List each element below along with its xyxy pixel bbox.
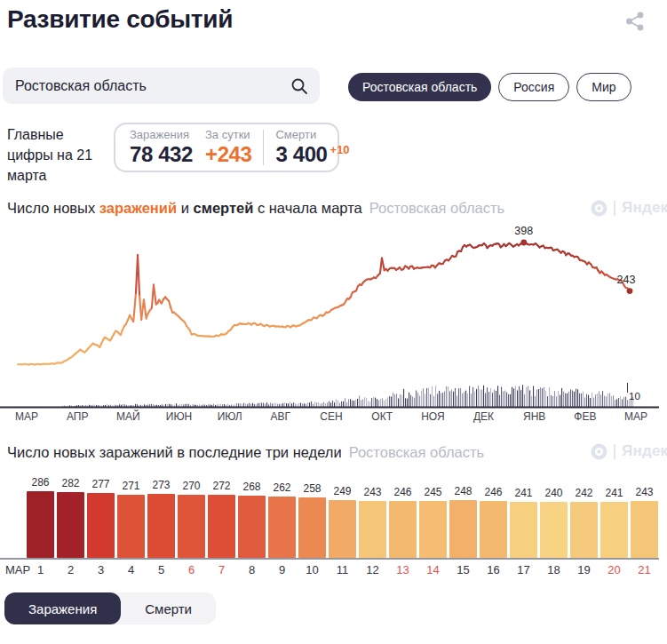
day-label-8: 8 xyxy=(238,563,266,576)
day-label-6: 6 xyxy=(178,563,205,576)
deaths-word: смертей xyxy=(194,200,254,216)
bar[interactable] xyxy=(117,495,145,558)
bar-day-2[interactable]: 282 xyxy=(57,477,84,558)
region-tab-2[interactable]: Мир xyxy=(576,73,631,101)
bar-day-7[interactable]: 272 xyxy=(208,480,235,558)
day-label-10: 10 xyxy=(298,563,326,576)
bar[interactable] xyxy=(208,495,235,558)
toggle-infections[interactable]: Заражения xyxy=(4,592,121,624)
bar-value-label: 286 xyxy=(31,476,49,489)
page-title: Развитие событий xyxy=(7,5,233,34)
bar-day-15[interactable]: 248 xyxy=(449,485,477,558)
bar-day-14[interactable]: 245 xyxy=(419,486,447,558)
bar[interactable] xyxy=(480,501,507,559)
month-label: МАЙ xyxy=(116,410,140,423)
toggle-deaths[interactable]: Смерти xyxy=(121,592,216,624)
bar-value-label: 243 xyxy=(635,486,653,498)
month-label: ИЮЛ xyxy=(218,410,242,423)
bar[interactable] xyxy=(87,493,115,558)
bar[interactable] xyxy=(329,500,356,558)
bar[interactable] xyxy=(238,496,266,558)
bar[interactable] xyxy=(359,501,386,558)
bar-value-label: 262 xyxy=(273,481,290,494)
month-label: ЯНВ xyxy=(523,410,545,423)
chart-infections-timeline[interactable]: 10398243 xyxy=(0,218,667,409)
chart1-region-label: Ростовская область xyxy=(369,200,504,216)
day-label-4: 4 xyxy=(117,563,145,576)
day-label-12: 12 xyxy=(359,563,386,576)
stat-value: 3 400+10 xyxy=(275,142,349,167)
bar[interactable] xyxy=(178,495,205,558)
metric-toggle: Заражения Смерти xyxy=(4,592,216,624)
day-label-19: 19 xyxy=(570,563,598,576)
bar-day-5[interactable]: 273 xyxy=(147,479,175,558)
day-label-15: 15 xyxy=(449,563,477,576)
bar-day-4[interactable]: 271 xyxy=(117,480,145,558)
bar-day-1[interactable]: 286 xyxy=(27,476,54,558)
bar-day-6[interactable]: 270 xyxy=(178,480,205,558)
day-label-20: 20 xyxy=(600,563,628,576)
bar[interactable] xyxy=(389,501,417,559)
bar-day-10[interactable]: 258 xyxy=(298,482,326,558)
bar[interactable] xyxy=(57,492,84,558)
stats-divider xyxy=(263,130,264,165)
bar-day-21[interactable]: 243 xyxy=(631,486,658,558)
bar-value-label: 258 xyxy=(303,482,321,495)
bar-value-label: 241 xyxy=(514,487,532,499)
bar-value-label: 240 xyxy=(544,487,562,499)
stat-value: +243 xyxy=(205,142,251,167)
bar-day-18[interactable]: 240 xyxy=(540,487,568,558)
bar-day-11[interactable]: 249 xyxy=(329,485,356,558)
yandex-logo-separator xyxy=(614,444,615,459)
day-label-3: 3 xyxy=(87,563,115,576)
svg-text:243: 243 xyxy=(617,274,636,286)
bar[interactable] xyxy=(510,502,537,558)
bar-value-label: 270 xyxy=(182,480,200,492)
day-label-1: 1 xyxy=(27,563,54,576)
bar-value-label: 277 xyxy=(91,478,109,490)
chart2-region-label: Ростовская область xyxy=(349,444,484,460)
bar-day-17[interactable]: 241 xyxy=(510,487,537,558)
bar[interactable] xyxy=(419,501,447,558)
bar[interactable] xyxy=(631,501,658,558)
bar-day-9[interactable]: 262 xyxy=(268,481,296,558)
month-label: МАР xyxy=(15,410,38,423)
bar[interactable] xyxy=(570,502,598,559)
bar[interactable] xyxy=(147,494,175,558)
search-input[interactable] xyxy=(3,78,290,94)
month-label: ИЮН xyxy=(166,410,192,423)
bar-day-3[interactable]: 277 xyxy=(87,478,115,558)
yandex-logo-text: Яндекс xyxy=(622,199,667,217)
stat-label: Заражения xyxy=(130,128,193,141)
month-label: ОКТ xyxy=(371,410,393,423)
bar[interactable] xyxy=(268,497,296,558)
bar-day-13[interactable]: 246 xyxy=(389,486,417,559)
bar-day-19[interactable]: 242 xyxy=(570,487,598,559)
region-tab-0[interactable]: Ростовская область xyxy=(348,73,491,101)
month-label: АПР xyxy=(67,410,89,423)
svg-text:10: 10 xyxy=(629,391,640,402)
bar[interactable] xyxy=(27,491,54,558)
bar[interactable] xyxy=(600,502,628,558)
bar-value-label: 268 xyxy=(242,481,260,493)
infections-word: заражений xyxy=(99,200,177,216)
chart1-title: Число новых заражений и смертей с начала… xyxy=(7,200,504,217)
share-icon[interactable] xyxy=(624,11,646,32)
region-tab-1[interactable]: Россия xyxy=(498,73,569,101)
day-label-18: 18 xyxy=(540,563,568,576)
bar-day-16[interactable]: 246 xyxy=(480,486,507,559)
search-icon[interactable] xyxy=(290,77,308,95)
bar[interactable] xyxy=(540,502,568,558)
bar[interactable] xyxy=(298,497,326,558)
bar-day-8[interactable]: 268 xyxy=(238,481,266,558)
bar-day-20[interactable]: 241 xyxy=(600,487,628,558)
bar[interactable] xyxy=(449,500,477,558)
month-label: НОЯ xyxy=(421,410,444,423)
yandex-logo-icon xyxy=(591,443,607,460)
bar-day-12[interactable]: 243 xyxy=(359,486,386,558)
bar-value-label: 241 xyxy=(605,487,623,499)
bar-value-label: 248 xyxy=(454,485,472,497)
chart2-day-axis: 123456789101112131415161718192021 xyxy=(27,563,658,576)
chart-three-weeks-bars[interactable]: 2862822772712732702722682622582492432462… xyxy=(27,476,658,558)
bar-value-label: 243 xyxy=(363,486,381,498)
